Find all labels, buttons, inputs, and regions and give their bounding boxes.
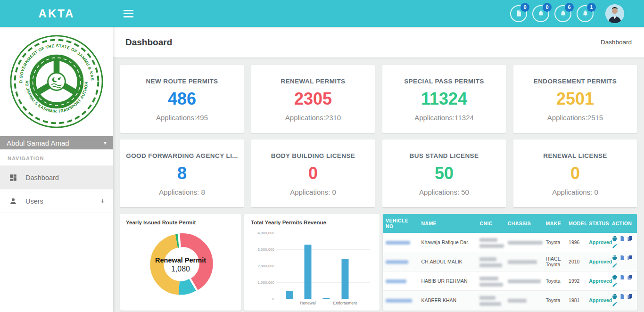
stat-card: BODY BUILDING LICENSE0Applications: 0	[251, 140, 375, 207]
cnic-cell	[477, 233, 504, 252]
col-header-make[interactable]: MAKE	[543, 214, 566, 233]
bar[interactable]	[305, 245, 312, 299]
bell-button[interactable]: 6	[554, 5, 571, 22]
copy-icon[interactable]	[627, 294, 633, 299]
vehicles-table-card: VEHICLE NONAMECNICCHASSISMAKEMODELSTATUS…	[383, 214, 637, 311]
donut-chart-title: Yearly Issued Route Permit	[126, 220, 235, 225]
bar-chart[interactable]: 4,000,0003,000,0002,000,0001,000,0000Ren…	[277, 233, 370, 299]
stat-card-applications: Applications: 8	[120, 188, 244, 196]
col-header-model[interactable]: MODEL	[566, 214, 586, 233]
redacted-cnic	[479, 283, 503, 287]
vehicle-no-cell[interactable]	[383, 291, 418, 310]
document-icon[interactable]	[619, 294, 625, 299]
edit-pencil-icon[interactable]	[612, 282, 618, 287]
table-row: MUHAMMAD ASHFAQ CHUDHARYFord1982Approved	[383, 310, 637, 311]
name-cell: MUHAMMAD ASHFAQ CHUDHARY	[418, 310, 477, 311]
copy-icon[interactable]	[627, 255, 633, 261]
stat-card-value: 50	[382, 164, 506, 183]
app-window: AKTA 0061	[0, 0, 644, 312]
stat-card-applications: Applications: 0	[251, 188, 375, 196]
vehicle-no-cell[interactable]	[383, 252, 418, 271]
model-cell: 1992	[566, 271, 586, 291]
vehicle-no-cell[interactable]	[383, 271, 418, 291]
edit-pencil-icon[interactable]	[612, 301, 618, 307]
notification-badge: 6	[565, 3, 574, 12]
dashboard-icon	[8, 173, 18, 182]
model-cell: 1982	[566, 310, 586, 311]
col-header-name[interactable]: NAME	[418, 214, 477, 233]
bar-chart-card: Total Yearly Permits Revenue 4,000,0003,…	[244, 214, 380, 311]
action-cell	[609, 233, 637, 252]
sidebar-item-label: Dashboard	[25, 174, 59, 181]
bell-button[interactable]: 1	[577, 5, 594, 22]
stat-card: BUS STAND LICENSE50Applications: 50	[382, 140, 506, 207]
vehicle-no-cell[interactable]	[383, 233, 418, 252]
gridline	[277, 233, 370, 233]
table-row: CH.ABDUL MALIKHIACE Toyota2010Approved	[383, 252, 637, 271]
sidebar-item-dashboard[interactable]: Dashboard	[0, 166, 113, 189]
file-button[interactable]: 0	[510, 5, 527, 22]
hamburger-menu-icon[interactable]	[124, 8, 133, 19]
col-header-action[interactable]: ACTION	[609, 214, 637, 233]
status-cell: Approved	[586, 310, 609, 311]
vehicle-no-cell[interactable]	[383, 310, 418, 311]
plus-icon[interactable]: +	[100, 197, 105, 205]
col-header-cnic[interactable]: CNIC	[477, 214, 504, 233]
row-actions	[612, 294, 636, 307]
stat-card-title: SPECIAL PASS PERMITS	[382, 78, 506, 85]
document-icon[interactable]	[619, 236, 625, 241]
redacted-chassis	[508, 241, 543, 245]
page-bar: Dashboard Dashboard	[113, 27, 644, 58]
redacted-cnic	[479, 257, 496, 261]
copy-icon[interactable]	[627, 274, 633, 280]
edit-pencil-icon[interactable]	[612, 243, 618, 249]
make-cell: Ford	[543, 310, 566, 311]
stat-card: RENEWAL PERMITS2305Applications:2310	[251, 65, 375, 133]
chassis-cell	[505, 271, 543, 291]
vehicles-table: VEHICLE NONAMECNICCHASSISMAKEMODELSTATUS…	[383, 214, 637, 311]
org-emblem: AZAD GOVERNMENT OF THE STATE OF JAMMU & …	[0, 27, 113, 136]
row-actions	[612, 236, 636, 249]
redacted-cnic	[479, 277, 498, 280]
print-icon[interactable]	[612, 236, 618, 241]
stat-cards-row-1: NEW ROUTE PERMITS486Applications:495RENE…	[120, 65, 637, 133]
print-icon[interactable]	[612, 294, 618, 299]
redacted-cnic	[479, 302, 501, 306]
document-icon[interactable]	[619, 274, 625, 280]
stat-card-title: BODY BUILDING LICENSE	[251, 152, 375, 159]
stat-card-value: 0	[513, 164, 637, 183]
y-axis-label: 4,000,000	[252, 231, 274, 235]
user-menu[interactable]: Abdul Samad Amad ▾	[0, 136, 113, 149]
make-cell: Toyota	[543, 291, 566, 310]
stat-card-title: BUS STAND LICENSE	[382, 152, 506, 159]
print-icon[interactable]	[612, 255, 618, 261]
document-icon[interactable]	[619, 255, 625, 261]
copy-icon[interactable]	[627, 236, 633, 241]
print-icon[interactable]	[612, 274, 618, 280]
stat-card-value: 486	[120, 89, 244, 109]
col-header-chassis[interactable]: CHASSIS	[505, 214, 543, 233]
row-actions	[612, 255, 636, 268]
sidebar-item-users[interactable]: Users+	[0, 189, 113, 213]
notification-icons: 0061	[510, 5, 599, 22]
name-cell: KABEER KHAN	[418, 291, 477, 310]
table-row: Khawaja Rafique Dar.Toyota1996Approved	[383, 233, 637, 252]
file-icon	[515, 10, 522, 17]
action-cell	[609, 271, 637, 291]
brand-logo[interactable]: AKTA	[0, 7, 113, 20]
sidebar-nav: DashboardUsers+	[0, 166, 113, 213]
redacted-chassis	[508, 279, 541, 283]
bar[interactable]	[341, 259, 348, 299]
bar[interactable]	[323, 298, 330, 299]
edit-pencil-icon[interactable]	[612, 263, 618, 268]
bar[interactable]	[286, 291, 293, 299]
user-icon	[8, 197, 18, 205]
bell-button[interactable]: 0	[532, 5, 549, 22]
col-header-vehicle-no[interactable]: VEHICLE NO	[383, 214, 418, 233]
user-avatar[interactable]	[605, 4, 624, 23]
breadcrumb[interactable]: Dashboard	[601, 39, 632, 46]
donut-center-label: Renewal Permit 1,080	[155, 256, 206, 273]
col-header-status[interactable]: STATUS	[586, 214, 609, 233]
stat-card-title: ENDORSEMENT PERMITS	[513, 78, 637, 85]
chassis-cell	[505, 291, 543, 310]
